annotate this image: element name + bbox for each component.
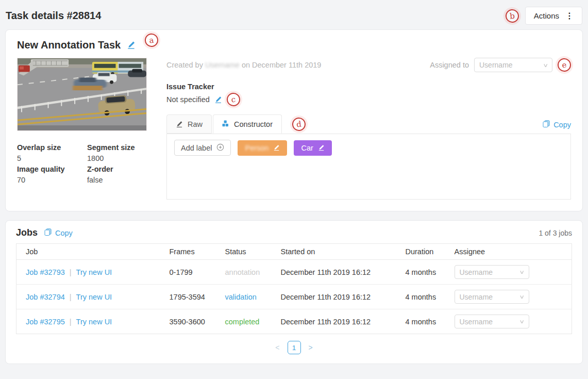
annotation-circle-c: c (226, 92, 241, 107)
stat-image-quality: Image quality 70 (17, 164, 87, 186)
jobs-pagination: < 1 > (16, 341, 572, 354)
jobs-table: Job Frames Status Started on Duration As… (16, 243, 572, 334)
edit-label-car-icon (318, 144, 325, 151)
issue-tracker-value: Not specified (166, 95, 210, 104)
task-details-card: New Annotation Task a (5, 29, 583, 211)
job-duration: 4 months (399, 309, 448, 334)
pagination-next[interactable]: > (309, 343, 313, 352)
labels-constructor-panel: Add label Person Car (166, 134, 571, 200)
job-frames: 3590-3600 (163, 309, 219, 334)
annotation-circle-d: d (292, 117, 307, 131)
task-parameters: Overlap size 5 Segment size 1800 Image q… (17, 142, 147, 186)
tab-raw[interactable]: Raw (166, 114, 212, 134)
task-name: New Annotation Task (17, 39, 121, 51)
chevron-down-icon: ∨ (519, 269, 525, 275)
created-by-line: Created by Username on December 11th 201… (166, 61, 321, 69)
job-duration: 4 months (399, 260, 448, 285)
annotation-circle-b: b (505, 8, 520, 23)
job-frames: 1795-3594 (163, 285, 219, 309)
task-preview-image (17, 58, 147, 131)
copy-labels-link[interactable]: Copy (543, 120, 571, 134)
job-link[interactable]: Job #32795 (26, 318, 65, 326)
stat-overlap-size: Overlap size 5 (17, 142, 87, 164)
copy-icon (44, 228, 52, 237)
copy-jobs-link[interactable]: Copy (44, 228, 73, 237)
pagination-prev[interactable]: < (275, 343, 279, 352)
plus-circle-icon (216, 143, 224, 153)
job-started-on: December 11th 2019 16:12 (275, 260, 399, 285)
try-new-ui-link[interactable]: Try new UI (76, 293, 112, 301)
kebab-menu-icon: ⋮ (565, 12, 574, 20)
job-row: Job #32794|Try new UI 1795-3594 validati… (16, 285, 572, 309)
jobs-table-header: Job Frames Status Started on Duration As… (16, 244, 572, 260)
add-label-button[interactable]: Add label (174, 140, 231, 156)
try-new-ui-link[interactable]: Try new UI (76, 268, 112, 276)
constructor-blocks-icon (222, 120, 229, 128)
jobs-card: Jobs Copy 1 of 3 jobs Job Frames Status … (5, 220, 583, 364)
job-link[interactable]: Job #32793 (26, 268, 65, 276)
page-title: Task details #28814 (6, 10, 101, 22)
job-status: annotation (219, 260, 275, 285)
job-status: validation (219, 285, 275, 309)
assigned-to-label: Assigned to (430, 61, 469, 69)
job-status: completed (219, 309, 275, 334)
job-link[interactable]: Job #32794 (26, 293, 65, 301)
jobs-count: 1 of 3 jobs (539, 229, 572, 237)
tab-constructor[interactable]: Constructor (213, 114, 282, 134)
raw-edit-icon (176, 121, 183, 128)
job-assignee-select[interactable]: Username ∨ (455, 290, 529, 304)
edit-label-person-icon (273, 144, 280, 151)
topbar: Task details #28814 b Actions ⋮ (0, 0, 588, 29)
stat-segment-size: Segment size 1800 (87, 142, 147, 164)
chevron-down-icon: ∨ (519, 294, 525, 300)
edit-task-name-icon[interactable] (127, 41, 136, 50)
jobs-title: Jobs (16, 227, 38, 238)
actions-button[interactable]: Actions ⋮ (525, 7, 582, 25)
chevron-down-icon: ∨ (519, 319, 525, 324)
actions-button-label: Actions (534, 11, 559, 20)
job-frames: 0-1799 (163, 260, 219, 285)
chevron-down-icon: ∨ (543, 62, 548, 68)
job-duration: 4 months (399, 285, 448, 309)
job-started-on: December 11th 2019 16:12 (275, 285, 399, 309)
created-by-username: Username (205, 61, 240, 69)
edit-issue-tracker-icon[interactable] (214, 96, 222, 104)
stat-z-order: Z-order false (87, 164, 147, 186)
assigned-to-select[interactable]: Username ∨ (474, 58, 552, 72)
try-new-ui-link[interactable]: Try new UI (76, 318, 112, 326)
job-started-on: December 11th 2019 16:12 (275, 309, 399, 334)
pagination-page-1[interactable]: 1 (288, 341, 301, 354)
annotation-circle-e: e (557, 58, 572, 73)
label-chip-car[interactable]: Car (294, 140, 331, 156)
labels-tabs: Raw Constructor (166, 114, 282, 134)
job-row: Job #32793|Try new UI 0-1799 annotation … (16, 260, 572, 285)
job-assignee-select[interactable]: Username ∨ (455, 315, 529, 328)
issue-tracker-label: Issue Tracker (166, 83, 571, 91)
annotation-circle-a: a (144, 33, 159, 48)
label-chip-person[interactable]: Person (238, 140, 287, 156)
job-row: Job #32795|Try new UI 3590-3600 complete… (16, 309, 572, 334)
job-assignee-select[interactable]: Username ∨ (455, 265, 529, 279)
copy-icon (543, 120, 550, 129)
